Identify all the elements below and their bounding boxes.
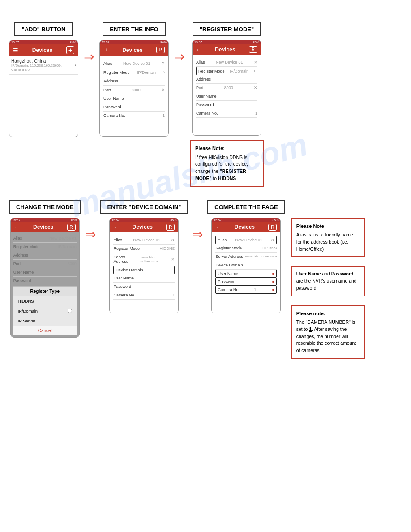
phone-header-2: ＋ Devices R: [100, 44, 168, 56]
value-port-3: 8000: [224, 86, 233, 90]
back-btn-3[interactable]: ←: [196, 47, 201, 53]
label-regmode-2: Register Mode: [103, 70, 130, 75]
form-row-port-3: Port 8000 ✕: [196, 84, 257, 92]
battery-1: 84%: [70, 41, 76, 44]
save-btn-6[interactable]: R: [268, 224, 277, 231]
phone-title-1: Devices: [18, 47, 66, 53]
label-regmode-3: Register Mode: [198, 69, 225, 73]
clear-port-3[interactable]: ✕: [254, 86, 257, 90]
clear-alias-5[interactable]: ✕: [171, 238, 175, 242]
note-camera-text: The "CAMERA NUMBER" is set to 1. After s…: [296, 319, 360, 354]
device-arrow-1: ›: [75, 63, 76, 68]
form-row-username-5: User Name: [113, 274, 175, 283]
step-enter-info: ENTER THE INFO 15:57 86% ＋ Devices R Ali…: [99, 22, 169, 137]
back-btn-2[interactable]: ＋: [103, 46, 109, 54]
form-row-password-2: Password: [103, 103, 165, 112]
status-bar-4: 15:57 85%: [11, 218, 79, 222]
phone-complete-page: 15:57 85% ← Devices R Alias New Device 0…: [211, 218, 281, 313]
battery-5: 85%: [170, 219, 176, 222]
time-6: 15:57: [214, 219, 222, 222]
battery-4: 85%: [71, 219, 77, 222]
hamburger-icon[interactable]: ☰: [13, 47, 18, 54]
form-row-devicedomain-6: Device Domain: [215, 261, 277, 270]
form-row-address-4: Address: [13, 251, 77, 260]
note-title-1: Please Note:: [195, 145, 258, 152]
form-row-regmode-2: Register Mode IP/Domain ›: [103, 68, 165, 77]
popup-item-ipdomain[interactable]: IP/Domain: [13, 306, 77, 316]
note-credentials-text: User Name and Password are the NVR's use…: [296, 270, 360, 292]
label-password-3: Password: [196, 103, 214, 107]
clear-alias-2[interactable]: ✕: [161, 61, 165, 66]
form-row-alias-2: Alias New Device 01 ✕: [103, 59, 165, 68]
form-row-regmode-6: Register Mode HiDDNS: [215, 244, 277, 253]
form-row-address-3: Address: [196, 75, 257, 84]
phone-register-mode: 15:57 85% ← Devices R Alias New Device 0…: [192, 40, 261, 136]
clear-port-2[interactable]: ✕: [161, 87, 165, 92]
popup-item-ipserver[interactable]: IP Server: [13, 316, 77, 326]
clear-alias-3[interactable]: ✕: [254, 60, 257, 64]
add-button-icon[interactable]: +: [66, 46, 74, 54]
time-3: 15:57: [194, 41, 202, 44]
form-row-password-4: Password: [13, 277, 77, 285]
arrow-1: ⇒: [83, 22, 95, 64]
battery-2: 86%: [160, 41, 167, 44]
status-bar-2: 15:57 86%: [100, 40, 168, 44]
notes-column: Please Note: Alias is just a friendly na…: [291, 214, 365, 359]
label-camerano-2: Camera No.: [103, 113, 125, 118]
label-camerano-3: Camera No.: [196, 111, 218, 116]
label-username-3: User Name: [196, 94, 217, 99]
label-port-2: Port: [103, 88, 111, 92]
phone-body-2: Alias New Device 01 ✕ Register Mode IP/D…: [100, 56, 168, 136]
form-row-devicedomain-5[interactable]: Device Domain: [113, 266, 175, 274]
device-info-1: Hangzhou, China IP/Domain: 115.236.165.2…: [11, 59, 75, 72]
bottom-row: CHANGE THE MODE 15:57 85% ← Devices R Al…: [9, 200, 402, 359]
device-name-1: Hangzhou, China: [11, 59, 75, 64]
value-camerano-2: 1: [163, 113, 165, 118]
save-btn-3[interactable]: R: [249, 46, 257, 53]
step-complete-page-label: COMPLETE THE PAGE: [207, 200, 285, 214]
popup-ipdomain-label: IP/Domain: [18, 309, 38, 313]
form-row-camerano-6: Camera No. 1 ◄: [215, 286, 277, 294]
form-row-alias-3: Alias New Device 01 ✕: [196, 58, 257, 67]
back-btn-4[interactable]: ←: [14, 224, 20, 230]
phone-body-4: Alias New Device 01 Register Mode IP/Dom…: [11, 232, 79, 337]
register-type-popup: Register Type HiDDNS IP/Domain IP Server…: [13, 286, 77, 335]
phone-body-6: Alias New Device 01 ✕ Register Mode HiDD…: [212, 232, 280, 313]
label-username-2: User Name: [103, 96, 124, 101]
save-btn-2[interactable]: R: [156, 47, 165, 53]
clear-alias-6[interactable]: ✕: [271, 238, 274, 242]
phone-header-5: ← Devices R: [110, 222, 178, 232]
form-row-camerano-5: Camera No. 1: [113, 291, 175, 300]
status-bar-6: 15:57 85%: [212, 218, 280, 222]
battery-3: 85%: [253, 41, 259, 44]
clear-server-5[interactable]: ✕: [171, 257, 175, 262]
form-row-username-4: User Name: [13, 268, 77, 277]
note-credentials: User Name and Password are the NVR's use…: [291, 266, 365, 296]
status-bar-5: 15:57 85%: [110, 218, 178, 222]
save-btn-4[interactable]: R: [67, 224, 76, 231]
form-row-serveraddr-5: Server Address www.hik-online.com ✕: [113, 253, 175, 266]
time-5: 15:57: [111, 219, 120, 222]
form-row-password-3: Password: [196, 101, 257, 109]
note-register-mode: Please Note: If free HikVision DDNS is c…: [190, 140, 264, 187]
step-change-mode: CHANGE THE MODE 15:57 85% ← Devices R Al…: [9, 200, 81, 338]
popup-ipserver-label: IP Server: [18, 318, 35, 323]
phone-device-domain: 15:57 85% ← Devices R Alias New Device 0…: [109, 218, 179, 313]
note-text-1: If free HikVision DDNS is configured for…: [195, 154, 258, 182]
popup-hiddns-label: HiDDNS: [18, 299, 34, 304]
popup-item-hiddns[interactable]: HiDDNS: [13, 296, 77, 306]
phone-body-1: Hangzhou, China IP/Domain: 115.236.165.2…: [9, 56, 78, 137]
popup-cancel-btn[interactable]: Cancel: [13, 326, 77, 335]
status-bar-3: 15:57 85%: [193, 40, 261, 44]
arrow-password-6: ◄: [271, 279, 275, 284]
page-container: manualslib.com "ADD" BUTTON 15:57 84% ☰ …: [0, 0, 411, 532]
form-row-alias-5: Alias New Device 01 ✕: [113, 236, 175, 245]
device-entry-1[interactable]: Hangzhou, China IP/Domain: 115.236.165.2…: [9, 56, 78, 75]
arrow-3: ⇒: [85, 200, 97, 242]
back-btn-6[interactable]: ←: [215, 224, 221, 230]
battery-6: 85%: [272, 219, 278, 222]
phone-add-button: 15:57 84% ☰ Devices + Hangzhou, China IP…: [9, 40, 78, 137]
back-btn-5[interactable]: ←: [113, 224, 119, 230]
form-row-username-3: User Name: [196, 92, 257, 101]
save-btn-5[interactable]: R: [166, 224, 175, 231]
